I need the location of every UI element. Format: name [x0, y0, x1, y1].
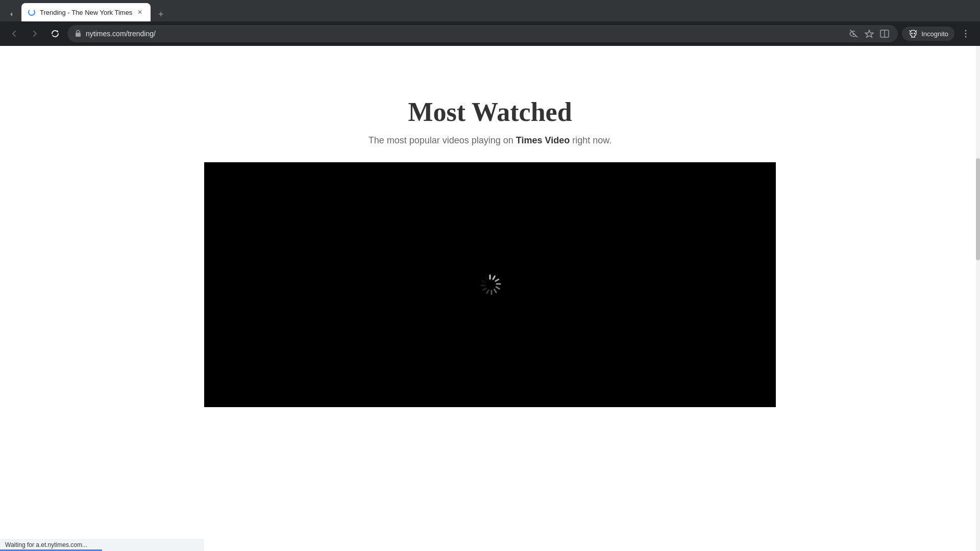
- svg-point-6: [965, 30, 967, 32]
- active-tab[interactable]: Trending - The New York Times ✕: [21, 3, 151, 21]
- incognito-badge[interactable]: Incognito: [902, 27, 954, 41]
- svg-point-4: [911, 33, 913, 34]
- menu-button[interactable]: [958, 26, 974, 42]
- loading-spinner: [480, 274, 500, 295]
- scrollbar-thumb[interactable]: [976, 158, 980, 260]
- page-subtitle: The most popular videos playing on Times…: [369, 135, 612, 146]
- browser-chrome: Trending - The New York Times ✕ +: [0, 0, 980, 46]
- svg-rect-1: [76, 33, 81, 37]
- star-icon[interactable]: [863, 28, 875, 40]
- toolbar: Incognito: [0, 21, 980, 46]
- tab-title: Trending - The New York Times: [40, 9, 132, 16]
- page-title: Most Watched: [408, 97, 572, 127]
- tab-favicon: [28, 8, 36, 16]
- svg-point-8: [965, 36, 967, 38]
- tab-list-button[interactable]: [5, 7, 19, 21]
- new-tab-button[interactable]: +: [154, 7, 168, 21]
- eye-off-icon[interactable]: [848, 28, 860, 40]
- tab-close-button[interactable]: ✕: [135, 8, 144, 17]
- page-content: Most Watched The most popular videos pla…: [0, 46, 980, 539]
- back-button[interactable]: [6, 26, 22, 42]
- lock-icon: [75, 30, 82, 38]
- scrollbar[interactable]: [976, 46, 980, 551]
- toolbar-right: Incognito: [902, 26, 974, 42]
- svg-marker-0: [57, 30, 59, 32]
- svg-point-7: [965, 33, 967, 35]
- forward-button[interactable]: [27, 26, 43, 42]
- reload-button[interactable]: [47, 26, 63, 42]
- video-player[interactable]: [204, 162, 776, 407]
- tab-bar: Trending - The New York Times ✕ +: [0, 0, 980, 21]
- address-bar[interactable]: [67, 25, 898, 42]
- split-screen-icon[interactable]: [878, 28, 891, 40]
- times-video-link[interactable]: Times Video: [516, 135, 570, 145]
- url-input[interactable]: [86, 30, 844, 38]
- svg-point-5: [914, 33, 915, 34]
- status-bar: Waiting for a.et.nytimes.com...: [0, 539, 204, 551]
